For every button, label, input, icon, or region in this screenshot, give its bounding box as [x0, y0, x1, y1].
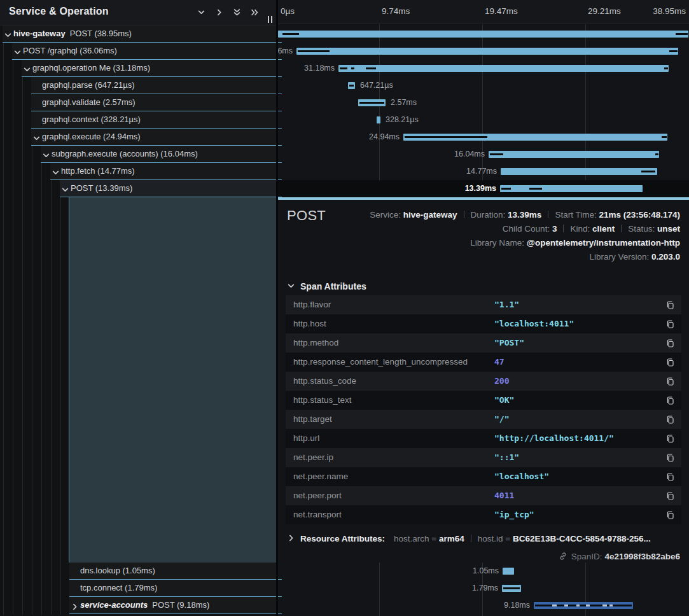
trace-row-graphql-execute[interactable]: graphql.execute (24.94ms) [31, 129, 276, 146]
column-resize-handle[interactable] [268, 16, 272, 23]
attribute-value: "1.1" [494, 295, 519, 314]
resource-attributes-toggle[interactable]: Resource Attributes:host.arch = arm64hos… [287, 534, 651, 543]
collapse-chevron-icon[interactable] [61, 185, 69, 193]
timeline-row-tcp-connect[interactable]: 1.79ms [278, 580, 689, 597]
bar-dash [609, 605, 613, 606]
copy-icon[interactable] [665, 453, 675, 463]
copy-icon[interactable] [665, 319, 675, 329]
ruler-tick-label: 0µs [281, 6, 295, 16]
span-bar[interactable] [338, 65, 669, 72]
copy-icon[interactable] [665, 510, 675, 520]
timeline-row-http-fetch[interactable]: 14.77ms [278, 163, 689, 180]
span-name-label: subgraph.execute (accounts) (16.04ms) [52, 146, 198, 162]
trace-row-graphql-context[interactable]: graphql.context (328.21µs) [31, 111, 276, 129]
span-attributes-toggle[interactable]: Span Attributes [287, 281, 366, 291]
collapse-chevron-icon[interactable] [52, 168, 59, 176]
ruler-tick-label: 38.95ms [653, 6, 686, 16]
copy-icon[interactable] [665, 300, 675, 310]
stats-separator [548, 211, 548, 218]
critical-path-segment [405, 136, 487, 138]
critical-path-segment [298, 50, 330, 52]
attribute-value: "ip_tcp" [494, 505, 534, 524]
duration-label: 13.39ms [465, 180, 496, 197]
attribute-value: "OK" [494, 391, 514, 410]
span-bar[interactable] [278, 31, 688, 38]
span-bar[interactable] [500, 185, 643, 192]
resource-key: host.id = [478, 534, 513, 543]
trace-row-tcp-connect[interactable]: tcp.connect (1.79ms) [69, 580, 276, 597]
attribute-value: "localhost:4011" [494, 314, 574, 333]
timeline-row-post[interactable] [278, 25, 689, 43]
row-tick [278, 613, 282, 614]
trace-row-service-accounts-post[interactable]: service-accountsPOST (9.18ms) [69, 597, 276, 614]
selected-span-placeholder [69, 197, 276, 563]
copy-icon[interactable] [665, 472, 675, 482]
copy-icon[interactable] [665, 339, 675, 348]
timeline-row-graphql-validate[interactable]: 2.57ms [278, 94, 689, 111]
copy-icon[interactable] [665, 415, 675, 424]
collapse-chevron-icon[interactable] [13, 48, 21, 55]
trace-row-subgraph-execute-accounts[interactable]: subgraph.execute (accounts) (16.04ms) [41, 146, 276, 163]
attribute-key: net.peer.ip [293, 448, 333, 467]
copy-icon[interactable] [665, 491, 675, 501]
trace-row-graphql-validate[interactable]: graphql.validate (2.57ms) [31, 94, 276, 111]
copy-icon[interactable] [665, 396, 675, 405]
span-bar[interactable] [377, 116, 380, 123]
span-name-label: POST /graphql (36.06ms) [23, 43, 117, 59]
timeline-row-subgraph-execute-accounts[interactable]: 16.04ms [278, 146, 689, 163]
bar-dash [602, 605, 607, 606]
trace-row-hive-gateway-post[interactable]: hive-gatewayPOST (38.95ms) [3, 25, 276, 43]
stat-label: Library Name: [470, 238, 527, 248]
attribute-key: http.method [293, 333, 338, 353]
trace-row-dns-lookup[interactable]: dns.lookup (1.05ms) [69, 563, 276, 580]
collapse-chevron-icon[interactable] [4, 31, 11, 38]
copy-icon[interactable] [665, 358, 675, 367]
timeline-row-post-graphql[interactable]: 36.06ms [278, 43, 689, 60]
tree-indent-guide [51, 163, 52, 615]
collapse-all-icon[interactable] [233, 8, 244, 17]
trace-row-post[interactable]: POST (13.39ms) [60, 180, 276, 197]
collapse-chevron-icon[interactable] [42, 151, 50, 158]
collapse-one-icon[interactable] [197, 8, 209, 17]
stat-label: Service: [370, 210, 403, 220]
timeline-row-graphql-context[interactable]: 328.21µs [278, 111, 689, 129]
copy-icon[interactable] [665, 377, 675, 386]
trace-row-post-graphql[interactable]: POST /graphql (36.06ms) [12, 43, 276, 60]
expand-chevron-icon[interactable] [71, 602, 78, 610]
span-bar[interactable] [503, 568, 514, 575]
span-name-label: POST (13.39ms) [71, 180, 132, 197]
expand-one-icon[interactable] [215, 8, 226, 17]
trace-row-graphql-parse[interactable]: graphql.parse (647.21µs) [31, 77, 276, 94]
bar-dash [564, 605, 568, 606]
timeline-row-graphql-execute[interactable]: 24.94ms [278, 129, 689, 146]
timeline-row-post[interactable]: 9.18ms [278, 597, 689, 614]
critical-path-segment [655, 153, 658, 155]
stat-value: 21ms (23:56:48.174) [599, 210, 680, 220]
trace-row-http-fetch[interactable]: http.fetch (14.77ms) [50, 163, 276, 180]
timeline-row-graphql-operation-me[interactable]: 31.18ms [278, 60, 689, 77]
bar-dash [576, 605, 580, 606]
copy-icon[interactable] [665, 434, 675, 444]
timeline-row-dns-lookup[interactable]: 1.05ms [278, 563, 689, 580]
span-bar[interactable] [489, 151, 659, 158]
span-id-label: SpanID: [571, 552, 602, 561]
span-bar[interactable] [296, 48, 678, 55]
critical-path-segment [282, 33, 299, 35]
attribute-key: net.transport [293, 505, 342, 524]
attribute-value: "http://localhost:4011/" [494, 429, 614, 448]
resource-value: arm64 [439, 534, 464, 543]
span-bar[interactable] [501, 168, 657, 175]
collapse-chevron-icon[interactable] [32, 134, 40, 141]
expand-all-icon[interactable] [251, 8, 262, 17]
critical-path-segment [662, 136, 667, 138]
duration-label: 2.57ms [391, 94, 417, 111]
timeline-row-post[interactable]: 13.39ms [278, 180, 689, 197]
collapse-chevron-icon[interactable] [23, 65, 31, 73]
span-name-label: graphql.validate (2.57ms) [42, 94, 136, 111]
attribute-row-http-target: http.target"/" [286, 410, 681, 429]
trace-row-graphql-operation-me[interactable]: graphql.operation Me (31.18ms) [22, 60, 276, 77]
stat-label: Kind: [570, 224, 592, 234]
critical-path-segment [490, 153, 503, 155]
stat-value: client [592, 224, 615, 234]
timeline-row-graphql-parse[interactable]: 647.21µs [278, 77, 689, 94]
